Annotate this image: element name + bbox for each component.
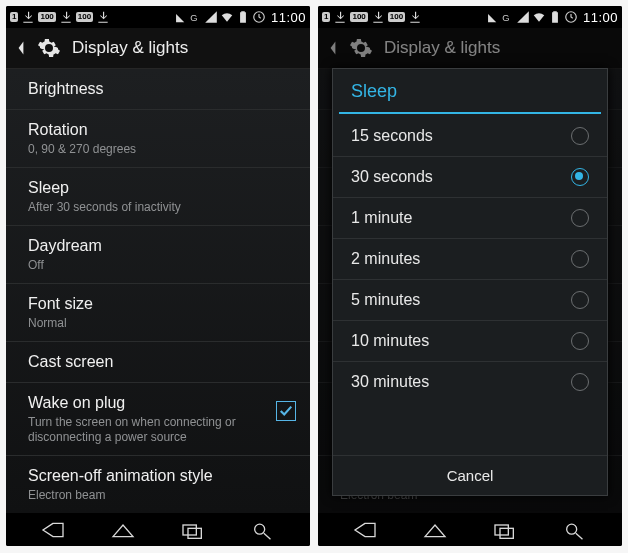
phone-screen-settings: 1 100 100 G 11:00 Displ — [6, 6, 310, 546]
nav-home-button[interactable] — [101, 517, 145, 543]
sleep-option[interactable]: 5 minutes — [333, 280, 607, 321]
status-notif-badge: 100 — [38, 12, 55, 22]
sleep-option-label: 5 minutes — [351, 291, 420, 309]
battery-icon — [236, 10, 250, 24]
download-icon — [96, 10, 110, 24]
download-icon — [408, 10, 422, 24]
setting-item-daydream[interactable]: DaydreamOff — [6, 226, 310, 284]
nav-back-button[interactable] — [31, 517, 75, 543]
sleep-option-label: 10 minutes — [351, 332, 429, 350]
checkbox[interactable] — [276, 401, 296, 421]
wifi-icon — [220, 10, 234, 24]
sleep-option-label: 30 minutes — [351, 373, 429, 391]
sleep-option-label: 1 minute — [351, 209, 412, 227]
sleep-option[interactable]: 1 minute — [333, 198, 607, 239]
setting-item-rotation[interactable]: Rotation0, 90 & 270 degrees — [6, 110, 310, 168]
svg-rect-3 — [188, 528, 201, 538]
nav-bar — [318, 513, 622, 546]
setting-title: Brightness — [28, 79, 294, 99]
radio-button[interactable] — [571, 168, 589, 186]
setting-item-cast-screen[interactable]: Cast screen — [6, 342, 310, 383]
dialog-title: Sleep — [333, 69, 607, 112]
radio-button[interactable] — [571, 209, 589, 227]
status-clock: 11:00 — [271, 10, 306, 25]
dialog-cancel-button[interactable]: Cancel — [333, 455, 607, 495]
svg-rect-7 — [495, 525, 508, 535]
dialog-options: 15 seconds30 seconds1 minute2 minutes5 m… — [333, 116, 607, 455]
gear-icon — [36, 35, 62, 61]
setting-title: Screen-off animation style — [28, 466, 294, 486]
setting-subtitle: Normal — [28, 316, 258, 331]
setting-item-brightness[interactable]: Brightness — [6, 69, 310, 110]
network-g-icon: G — [500, 10, 514, 24]
radio-button[interactable] — [571, 332, 589, 350]
nav-recents-button[interactable] — [171, 517, 215, 543]
download-icon — [21, 10, 35, 24]
download-icon — [333, 10, 347, 24]
sleep-option[interactable]: 10 minutes — [333, 321, 607, 362]
status-clock: 11:00 — [583, 10, 618, 25]
svg-text:G: G — [502, 13, 509, 23]
svg-point-4 — [255, 524, 265, 534]
wifi-icon — [532, 10, 546, 24]
setting-item-sleep[interactable]: SleepAfter 30 seconds of inactivity — [6, 168, 310, 226]
sleep-dialog: Sleep 15 seconds30 seconds1 minute2 minu… — [332, 68, 608, 496]
nav-home-button[interactable] — [413, 517, 457, 543]
setting-item-wake-on-plug[interactable]: Wake on plugTurn the screen on when conn… — [6, 383, 310, 456]
setting-title: Rotation — [28, 120, 294, 140]
dialog-divider — [339, 112, 601, 114]
sleep-option[interactable]: 30 minutes — [333, 362, 607, 402]
setting-title: Sleep — [28, 178, 294, 198]
svg-rect-2 — [183, 525, 196, 535]
nav-recents-button[interactable] — [483, 517, 527, 543]
sleep-option[interactable]: 15 seconds — [333, 116, 607, 157]
clock-icon — [252, 10, 266, 24]
action-bar: Display & lights — [6, 28, 310, 69]
network-g-icon: G — [188, 10, 202, 24]
setting-item-screen-off-animation-style[interactable]: Screen-off animation styleElectron beam — [6, 456, 310, 513]
sleep-option[interactable]: 2 minutes — [333, 239, 607, 280]
action-bar: Display & lights — [318, 28, 622, 69]
sleep-option-label: 15 seconds — [351, 127, 433, 145]
setting-subtitle: After 30 seconds of inactivity — [28, 200, 258, 215]
network-icon — [172, 10, 186, 24]
status-notif-badge: 100 — [350, 12, 367, 22]
status-notif-badge: 100 — [388, 12, 405, 22]
screen-title: Display & lights — [384, 38, 500, 58]
sleep-option[interactable]: 30 seconds — [333, 157, 607, 198]
phone-screen-dialog: 1 100 100 G 11:00 Display & — [318, 6, 622, 546]
radio-button[interactable] — [571, 291, 589, 309]
radio-button[interactable] — [571, 127, 589, 145]
signal-icon — [516, 10, 530, 24]
screen-title: Display & lights — [72, 38, 188, 58]
back-chevron-icon[interactable] — [328, 40, 338, 56]
download-icon — [59, 10, 73, 24]
sleep-option-label: 30 seconds — [351, 168, 433, 186]
svg-rect-8 — [500, 528, 513, 538]
nav-bar — [6, 513, 310, 546]
setting-title: Daydream — [28, 236, 294, 256]
settings-list[interactable]: BrightnessRotation0, 90 & 270 degreesSle… — [6, 69, 310, 513]
setting-title: Font size — [28, 294, 294, 314]
svg-point-9 — [567, 524, 577, 534]
setting-item-font-size[interactable]: Font sizeNormal — [6, 284, 310, 342]
nav-back-button[interactable] — [343, 517, 387, 543]
network-icon — [484, 10, 498, 24]
status-notif-badge: 100 — [76, 12, 93, 22]
setting-subtitle: Turn the screen on when connecting or di… — [28, 415, 258, 445]
back-chevron-icon[interactable] — [16, 40, 26, 56]
download-icon — [371, 10, 385, 24]
setting-title: Wake on plug — [28, 393, 294, 413]
status-bar: 1 100 100 G 11:00 — [6, 6, 310, 28]
nav-search-button[interactable] — [553, 517, 597, 543]
setting-subtitle: Off — [28, 258, 258, 273]
status-notif-badge: 1 — [322, 12, 330, 22]
radio-button[interactable] — [571, 373, 589, 391]
battery-icon — [548, 10, 562, 24]
signal-icon — [204, 10, 218, 24]
setting-subtitle: 0, 90 & 270 degrees — [28, 142, 258, 157]
nav-search-button[interactable] — [241, 517, 285, 543]
setting-subtitle: Electron beam — [28, 488, 258, 503]
radio-button[interactable] — [571, 250, 589, 268]
setting-title: Cast screen — [28, 352, 294, 372]
